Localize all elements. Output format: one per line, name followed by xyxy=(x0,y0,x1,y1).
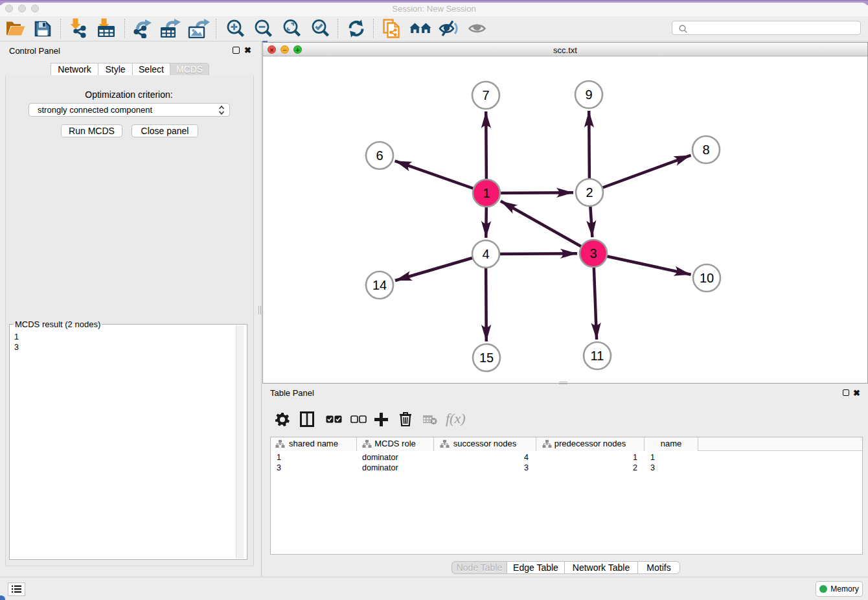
svg-text:3: 3 xyxy=(589,246,597,260)
svg-text:7: 7 xyxy=(482,88,489,102)
svg-text:4: 4 xyxy=(482,247,489,261)
svg-text:6: 6 xyxy=(376,148,383,163)
svg-text:2: 2 xyxy=(586,185,593,200)
svg-text:11: 11 xyxy=(591,349,604,363)
svg-text:1: 1 xyxy=(483,186,490,200)
svg-text:8: 8 xyxy=(702,143,709,157)
svg-text:15: 15 xyxy=(479,351,494,365)
svg-text:14: 14 xyxy=(372,278,387,292)
svg-text:9: 9 xyxy=(585,87,592,102)
svg-text:10: 10 xyxy=(700,271,714,285)
